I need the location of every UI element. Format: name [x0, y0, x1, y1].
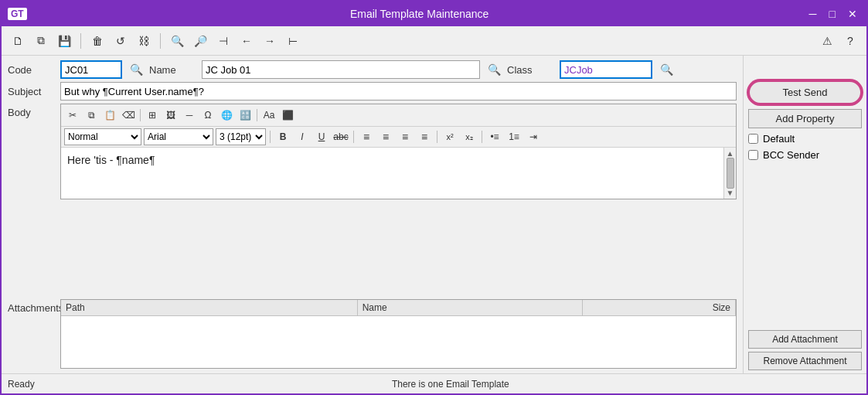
- window-title: Email Template Maintenance: [33, 8, 806, 20]
- indent-button[interactable]: ⇥: [525, 128, 542, 145]
- line-button[interactable]: ─: [181, 107, 198, 124]
- image-button[interactable]: 🖼: [162, 107, 179, 124]
- last-button[interactable]: ⊢: [283, 31, 303, 51]
- warning-button[interactable]: ⚠: [817, 31, 837, 51]
- code-view-button[interactable]: ⬛: [279, 107, 296, 124]
- main-toolbar: 🗋 ⧉ 💾 🗑 ↺ ⛓ 🔍 🔎 ⊣ ← → ⊢ ⚠ ?: [2, 26, 866, 56]
- align-left-button[interactable]: ≡: [358, 128, 375, 145]
- clear-button[interactable]: ⌫: [120, 107, 137, 124]
- delete-button[interactable]: 🗑: [87, 31, 107, 51]
- subject-row: Subject: [8, 82, 737, 100]
- code-input[interactable]: [60, 60, 122, 79]
- add-property-button[interactable]: Add Property: [748, 109, 862, 128]
- numbering-button[interactable]: 1≡: [505, 128, 523, 145]
- italic-button[interactable]: I: [294, 128, 311, 145]
- default-checkbox-row: Default: [748, 133, 862, 145]
- bcc-sender-checkbox[interactable]: [748, 150, 758, 160]
- path-column-header: Path: [61, 300, 358, 315]
- body-label: Body: [8, 104, 54, 118]
- help-button[interactable]: ?: [840, 31, 860, 51]
- name-input[interactable]: [202, 60, 480, 79]
- status-left: Ready: [8, 379, 35, 390]
- copy-editor-button[interactable]: ⧉: [83, 107, 100, 124]
- toolbar-right: ⚠ ?: [817, 31, 860, 51]
- name-search-icon[interactable]: 🔍: [488, 63, 501, 76]
- table-button[interactable]: ⊞: [144, 107, 161, 124]
- omega-button[interactable]: Ω: [199, 107, 216, 124]
- prev-button[interactable]: ←: [237, 31, 257, 51]
- status-bar: Ready There is one Email Template: [2, 373, 866, 393]
- align-right-button[interactable]: ≡: [397, 128, 414, 145]
- default-checkbox[interactable]: [748, 134, 758, 144]
- default-label: Default: [763, 133, 795, 145]
- subject-label: Subject: [8, 86, 54, 97]
- editor-body[interactable]: Here 'tis - ¶name¶: [61, 148, 723, 199]
- underline-button[interactable]: U: [313, 128, 330, 145]
- maximize-button[interactable]: □: [826, 8, 839, 20]
- gt-logo: GT: [8, 8, 27, 20]
- superscript-button[interactable]: x²: [441, 128, 458, 145]
- style-select[interactable]: Normal Heading 1 Heading 2: [64, 128, 141, 145]
- code-label: Code: [8, 64, 54, 76]
- align-justify-button[interactable]: ≡: [416, 128, 433, 145]
- scrollbar-right[interactable]: ▲ ▼: [723, 148, 736, 199]
- editor-toolbar: ✂ ⧉ 📋 ⌫ ⊞ 🖼 ─ Ω 🌐 🔠 Aa ⬛: [61, 104, 736, 127]
- add-attachment-button[interactable]: Add Attachment: [748, 330, 862, 349]
- find2-button[interactable]: 🔎: [190, 31, 210, 51]
- format-sep-4: [482, 131, 482, 143]
- bold-button[interactable]: B: [274, 128, 291, 145]
- bullets-button[interactable]: •≡: [486, 128, 503, 145]
- code-search-icon[interactable]: 🔍: [130, 63, 143, 76]
- close-button[interactable]: ✕: [845, 8, 860, 20]
- format-sep-2: [353, 131, 354, 143]
- remove-attachment-button[interactable]: Remove Attachment: [748, 352, 862, 370]
- attachment-actions: Add Attachment Remove Attachment: [748, 330, 862, 370]
- attachments-section: Attachments Path Name Size: [8, 299, 737, 369]
- cut-button[interactable]: ✂: [64, 107, 81, 124]
- editor-sep-2: [257, 109, 257, 121]
- scroll-thumb[interactable]: [727, 158, 734, 189]
- merge-button[interactable]: ⛓: [134, 31, 154, 51]
- bcc-sender-checkbox-row: BCC Sender: [748, 149, 862, 161]
- next-button[interactable]: →: [260, 31, 280, 51]
- subscript-button[interactable]: x₂: [461, 128, 478, 145]
- toolbar-sep-1: [80, 33, 81, 49]
- scroll-down-arrow[interactable]: ▼: [727, 189, 734, 197]
- find1-button[interactable]: 🔍: [167, 31, 187, 51]
- editor-container: ✂ ⧉ 📋 ⌫ ⊞ 🖼 ─ Ω 🌐 🔠 Aa ⬛: [60, 104, 737, 199]
- copy-button[interactable]: ⧉: [31, 31, 51, 51]
- size-column-header: Size: [583, 300, 736, 315]
- refresh-button[interactable]: ↺: [111, 31, 131, 51]
- editor-scroll: Here 'tis - ¶name¶ ▲ ▼: [61, 148, 736, 199]
- status-center: There is one Email Template: [41, 379, 860, 390]
- editor-sep-1: [140, 109, 141, 121]
- class-search-icon[interactable]: 🔍: [660, 63, 673, 76]
- toolbar-sep-2: [160, 33, 161, 49]
- font-select[interactable]: Arial Times New Roman Courier New: [144, 128, 213, 145]
- class-input[interactable]: [560, 60, 652, 79]
- paste-button[interactable]: 📋: [101, 107, 118, 124]
- window-controls[interactable]: ─ □ ✕: [806, 8, 860, 20]
- new-button[interactable]: 🗋: [8, 31, 28, 51]
- title-bar: GT Email Template Maintenance ─ □ ✕: [2, 2, 866, 26]
- code-name-class-row: Code 🔍 Name 🔍 Class 🔍: [8, 60, 737, 79]
- minimize-button[interactable]: ─: [806, 8, 820, 20]
- attachments-label: Attachments: [8, 299, 54, 314]
- body-row: Body ✂ ⧉ 📋 ⌫ ⊞ 🖼 ─ Ω 🌐 🔠: [8, 104, 737, 293]
- link-button[interactable]: 🌐: [218, 107, 235, 124]
- content-area: Code 🔍 Name 🔍 Class 🔍 Subject Body: [2, 56, 866, 373]
- subject-input[interactable]: [60, 82, 737, 100]
- main-window: GT Email Template Maintenance ─ □ ✕ 🗋 ⧉ …: [0, 0, 868, 395]
- main-panel: Code 🔍 Name 🔍 Class 🔍 Subject Body: [2, 56, 743, 373]
- field-button[interactable]: 🔠: [237, 107, 254, 124]
- scroll-up-arrow[interactable]: ▲: [727, 149, 734, 158]
- font-size-button[interactable]: Aa: [260, 107, 277, 124]
- first-button[interactable]: ⊣: [213, 31, 233, 51]
- align-center-button[interactable]: ≡: [377, 128, 394, 145]
- size-select[interactable]: 3 (12pt) 1 (8pt) 2 (10pt) 4 (14pt): [216, 128, 266, 145]
- strikethrough-button[interactable]: abc: [332, 128, 349, 145]
- name-column-header: Name: [358, 300, 583, 315]
- attachments-table: Path Name Size: [60, 299, 737, 369]
- test-send-button[interactable]: Test Send: [748, 80, 862, 104]
- save-button[interactable]: 💾: [54, 31, 74, 51]
